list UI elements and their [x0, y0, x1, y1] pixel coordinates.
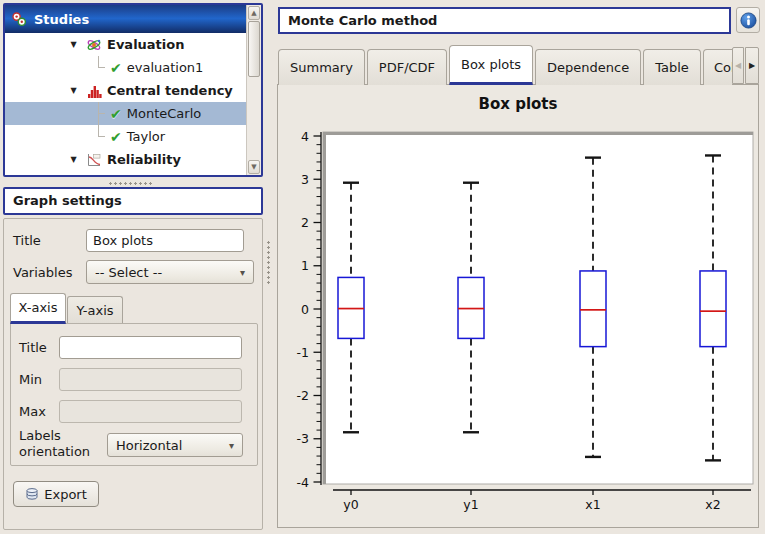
plot-title-input[interactable] [86, 229, 244, 252]
axis-max-input [59, 400, 242, 423]
svg-text:0: 0 [301, 302, 309, 317]
tab-scroll-right-button[interactable]: ▶ [745, 47, 759, 84]
tree-item-montecarlo[interactable]: ✔ MonteCarlo [5, 102, 246, 125]
x-axis-settings-frame: Title Min Max Labels orientation Horizon… [10, 323, 258, 466]
scroll-up-button[interactable]: ▲ [248, 6, 260, 20]
tab-dependence[interactable]: Dependence [535, 49, 641, 85]
tab-cobweb[interactable]: Cobw [703, 49, 732, 85]
svg-text:y1: y1 [463, 497, 478, 512]
tree-item-label: Taylor [127, 129, 165, 144]
labels-orientation-dropdown[interactable]: Horizontal ▾ [107, 433, 243, 457]
tab-summary[interactable]: Summary [278, 49, 365, 85]
chevron-down-icon: ▾ [240, 267, 245, 278]
reliability-icon [85, 151, 102, 168]
tree-branch [93, 102, 105, 125]
result-tabbar: Summary PDF/CDF Box plots Dependence Tab… [278, 45, 732, 85]
labels-orientation-label: Labels orientation [19, 428, 103, 460]
tab-y-axis[interactable]: Y-axis [67, 296, 123, 324]
export-button-label: Export [44, 487, 87, 502]
variables-dropdown[interactable]: -- Select -- ▾ [86, 260, 254, 284]
central-tendency-icon [85, 82, 102, 99]
horizontal-splitter-handle[interactable] [108, 181, 154, 186]
scroll-up-icon: ▲ [251, 9, 256, 17]
scrollbar-thumb[interactable] [248, 21, 260, 77]
tree-item-label: Reliability [107, 152, 181, 167]
svg-text:-1: -1 [297, 345, 309, 360]
export-button[interactable]: Export [13, 481, 99, 507]
study-title: Monte Carlo method [278, 7, 731, 34]
box-plots-tab-content: Box plots -4-3-2-101234y0y1x1x2 [277, 84, 759, 528]
tab-scroll-left-button[interactable]: ◀ [732, 47, 744, 84]
plot-title-label: Title [13, 233, 41, 248]
tree-item-evaluation[interactable]: ▼ Evaluation [5, 33, 246, 56]
studies-panel-header: Studies [5, 5, 246, 33]
tree-item-label: MonteCarlo [127, 106, 201, 121]
graph-settings-header: Graph settings [3, 187, 263, 215]
tree-item-label: evaluation1 [127, 60, 204, 75]
svg-text:x1: x1 [585, 497, 600, 512]
svg-text:-4: -4 [297, 475, 310, 490]
expander-arrow-icon[interactable]: ▼ [67, 40, 80, 49]
tab-scroll-right-icon: ▶ [749, 61, 755, 70]
tree-item-central-tendency[interactable]: ▼ Central tendency [5, 79, 246, 102]
variables-dropdown-value: -- Select -- [95, 265, 162, 280]
tab-table[interactable]: Table [643, 49, 701, 85]
boxplot-chart: -4-3-2-101234y0y1x1x2 [278, 113, 758, 527]
graph-settings-panel: Title Variables -- Select -- ▾ X-axis Y-… [3, 218, 263, 530]
axis-max-label: Max [19, 404, 46, 419]
tab-box-plots[interactable]: Box plots [449, 45, 533, 85]
svg-text:3: 3 [301, 172, 309, 187]
variables-label: Variables [13, 265, 72, 280]
chart-title: Box plots [278, 95, 758, 113]
expander-arrow-icon[interactable]: ▼ [67, 86, 80, 95]
tree-item-label: Central tendency [107, 83, 233, 98]
svg-text:4: 4 [301, 129, 309, 144]
tab-pdf-cdf[interactable]: PDF/CDF [367, 49, 447, 85]
scroll-down-icon: ▼ [251, 163, 256, 171]
studies-panel: Studies ▼ Evaluation ✔ evaluation1 ▼ [3, 3, 263, 177]
svg-text:-2: -2 [297, 388, 309, 403]
vertical-splitter-handle[interactable] [266, 240, 271, 286]
axis-min-label: Min [19, 372, 42, 387]
chevron-down-icon: ▾ [229, 440, 234, 451]
axis-title-label: Title [19, 340, 47, 355]
tab-scroll-left-icon: ◀ [735, 61, 741, 70]
svg-text:y0: y0 [343, 497, 358, 512]
tree-item-taylor[interactable]: ✔ Taylor [5, 125, 246, 148]
scroll-down-button[interactable]: ▼ [248, 160, 260, 174]
tree-branch [93, 56, 105, 79]
export-icon [25, 487, 39, 501]
svg-text:-3: -3 [297, 431, 309, 446]
tree-item-reliability[interactable]: ▼ Reliability [5, 148, 246, 171]
studies-tree: ▼ Evaluation ✔ evaluation1 ▼ [5, 33, 246, 175]
svg-text:x2: x2 [705, 497, 720, 512]
axis-min-input [59, 368, 242, 391]
check-icon: ✔ [110, 130, 122, 144]
studies-panel-title: Studies [34, 12, 89, 27]
tree-item-evaluation1[interactable]: ✔ evaluation1 [5, 56, 246, 79]
axis-title-input[interactable] [59, 336, 242, 359]
labels-orientation-value: Horizontal [116, 438, 182, 453]
info-icon [740, 12, 757, 29]
check-icon: ✔ [110, 61, 122, 75]
check-icon: ✔ [110, 107, 122, 121]
tree-item-label: Evaluation [107, 37, 184, 52]
info-button[interactable] [736, 7, 760, 33]
svg-text:2: 2 [301, 215, 309, 230]
studies-icon [11, 11, 28, 28]
expander-arrow-icon[interactable]: ▼ [67, 155, 80, 164]
tree-branch [93, 125, 105, 148]
tab-x-axis[interactable]: X-axis [10, 293, 66, 324]
studies-tree-scrollbar[interactable]: ▲ ▼ [246, 5, 261, 175]
evaluation-icon [85, 36, 102, 53]
svg-text:1: 1 [301, 258, 309, 273]
